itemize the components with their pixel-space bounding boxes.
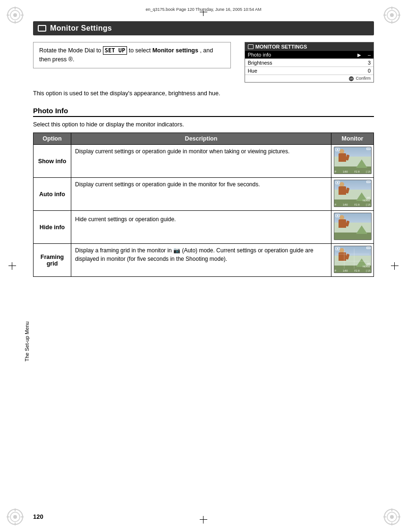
- instruction-text-middle: to select: [129, 47, 153, 54]
- panel-row-brightness: Brightness 3: [245, 59, 373, 67]
- col-header-option: Option: [34, 133, 71, 145]
- lcd-person-2: [337, 182, 350, 200]
- option-auto-info: Auto info: [34, 178, 71, 211]
- monitor-auto-info: ±M NORM P 1/60 F2.8 [ 15: [331, 178, 374, 211]
- photo-info-header: Photo Info: [33, 107, 374, 117]
- crosshair-bottom: [200, 516, 207, 524]
- desc-auto-info: Display current settings or operation gu…: [71, 178, 331, 211]
- corner-decoration-tl: [4, 4, 26, 26]
- table-row-auto-info: Auto info Display current settings or op…: [34, 178, 374, 211]
- main-content: Monitor Settings Rotate the Mode Dial to…: [33, 21, 374, 504]
- person-body-3: [339, 219, 346, 228]
- panel-title: MONITOR SETTINGS: [255, 44, 307, 50]
- panel-row-value-0: –: [363, 52, 371, 58]
- svg-point-33: [337, 215, 338, 216]
- select-text: Select this option to hide or display th…: [33, 121, 374, 129]
- lcd-battery: [366, 148, 370, 150]
- lcd-info-bottom-4: P 1/60 F2.8 [ 15: [335, 269, 371, 272]
- person-body-4: [339, 252, 346, 261]
- lcd-battery-4: [366, 247, 370, 249]
- panel-row-value-1: 3: [363, 60, 371, 66]
- table-row-framing-grid: Framing grid Display a framing grid in t…: [34, 244, 374, 277]
- panel-footer-text: Confirm: [356, 76, 371, 81]
- table-row-show-info: Show info Display current settings or op…: [34, 145, 374, 178]
- instruction-row: Rotate the Mode Dial to SET UP to select…: [33, 42, 374, 83]
- lcd-info-top: [335, 148, 340, 151]
- panel-row-arrow-0: ▶: [357, 52, 361, 58]
- corner-decoration-br: [381, 506, 403, 528]
- option-show-info: Show info: [34, 145, 71, 178]
- lcd-battery-2: [366, 181, 370, 183]
- crosshair-right: [391, 262, 399, 270]
- panel-footer: ok Confirm: [245, 75, 373, 82]
- panel-row-photo-info: Photo info ▶ –: [245, 51, 373, 59]
- lcd-mode-overlay-4: ±M NORM: [363, 262, 370, 268]
- table-row-hide-info: Hide info Hide current settings or opera…: [34, 211, 374, 244]
- svg-point-16: [13, 515, 17, 519]
- side-label-container: The Set-up Menu: [0, 179, 14, 504]
- corner-decoration-bl: [4, 506, 26, 528]
- lcd-mountain: [356, 159, 367, 168]
- setup-label: SET UP: [103, 46, 127, 55]
- lcd-top-right-4: [366, 247, 370, 249]
- panel-row-label-1: Brightness: [248, 60, 363, 66]
- monitor-icon: [38, 25, 46, 32]
- desc-framing-grid: Display a framing grid in the monitor in…: [71, 244, 331, 277]
- svg-point-2: [13, 13, 17, 17]
- lcd-mode-overlay: ±M NORM: [363, 196, 370, 202]
- person-body-2: [339, 186, 346, 195]
- panel-monitor-icon: [248, 44, 254, 49]
- lcd-auto-info: ±M NORM P 1/60 F2.8 [ 15: [334, 180, 372, 207]
- monitor-settings-bold: Monitor settings: [153, 47, 198, 54]
- svg-point-23: [390, 515, 394, 519]
- page-number: 120: [33, 513, 43, 520]
- lcd-person: [337, 149, 350, 167]
- monitor-hide-info: [331, 211, 374, 244]
- options-table: Option Description Monitor Show info Dis…: [33, 133, 374, 277]
- svg-point-39: [337, 248, 338, 249]
- lcd-hide-info: [334, 213, 372, 240]
- lcd-person-3: [337, 215, 350, 233]
- panel-row-label-0: Photo info: [248, 52, 357, 58]
- monitor-panel-header: MONITOR SETTINGS: [245, 42, 373, 51]
- lcd-mountain-3: [356, 225, 367, 234]
- col-header-description: Description: [71, 133, 331, 145]
- lcd-info-top-4: [335, 247, 340, 250]
- lcd-battery-fill: [367, 149, 369, 149]
- person-body: [339, 153, 346, 162]
- instruction-text-before: Rotate the Mode Dial to: [39, 47, 101, 54]
- lcd-info-top-2: [335, 181, 340, 184]
- monitor-framing-grid: ±M NORM P 1/60 F2.8 [ 15: [331, 244, 374, 277]
- lcd-battery-fill-4: [367, 248, 369, 248]
- svg-point-9: [390, 13, 394, 17]
- panel-row-value-2: 0: [363, 68, 371, 74]
- lcd-show-info: P 1/60 F2.8 [ 15: [334, 147, 372, 174]
- lcd-battery-fill-2: [367, 182, 369, 182]
- lcd-info-top-3: [335, 214, 340, 217]
- monitor-settings-panel: MONITOR SETTINGS Photo info ▶ – Brightne…: [245, 42, 374, 83]
- option-framing-grid: Framing grid: [34, 244, 71, 277]
- svg-point-29: [337, 149, 338, 150]
- top-metadata: en_q3175.book Page 120 Thursday, June 16…: [26, 5, 381, 14]
- lcd-top-right-2: [366, 181, 370, 183]
- lcd-info-bottom-2: P 1/60 F2.8 [ 15: [335, 203, 371, 206]
- corner-decoration-tr: [381, 4, 403, 26]
- svg-point-31: [337, 182, 338, 183]
- lcd-framing-grid: ±M NORM P 1/60 F2.8 [ 15: [334, 246, 372, 273]
- option-hide-info: Hide info: [34, 211, 71, 244]
- panel-row-label-2: Hue: [248, 68, 363, 74]
- lcd-person-4: [337, 248, 350, 266]
- section-title: Monitor Settings: [50, 24, 112, 33]
- desc-hide-info: Hide current settings or operation guide…: [71, 211, 331, 244]
- panel-row-hue: Hue 0: [245, 67, 373, 75]
- lcd-info-bottom: P 1/60 F2.8 [ 15: [335, 170, 371, 173]
- section-header: Monitor Settings: [33, 21, 374, 35]
- monitor-show-info: P 1/60 F2.8 [ 15: [331, 145, 374, 178]
- side-label: The Set-up Menu: [24, 322, 30, 362]
- lcd-top-right: [366, 148, 370, 150]
- description-text: This option is used to set the display's…: [33, 89, 374, 98]
- ok-circle-icon: ok: [349, 76, 354, 81]
- col-header-monitor: Monitor: [331, 133, 374, 145]
- desc-show-info: Display current settings or operation gu…: [71, 145, 331, 178]
- instruction-box: Rotate the Mode Dial to SET UP to select…: [33, 42, 231, 68]
